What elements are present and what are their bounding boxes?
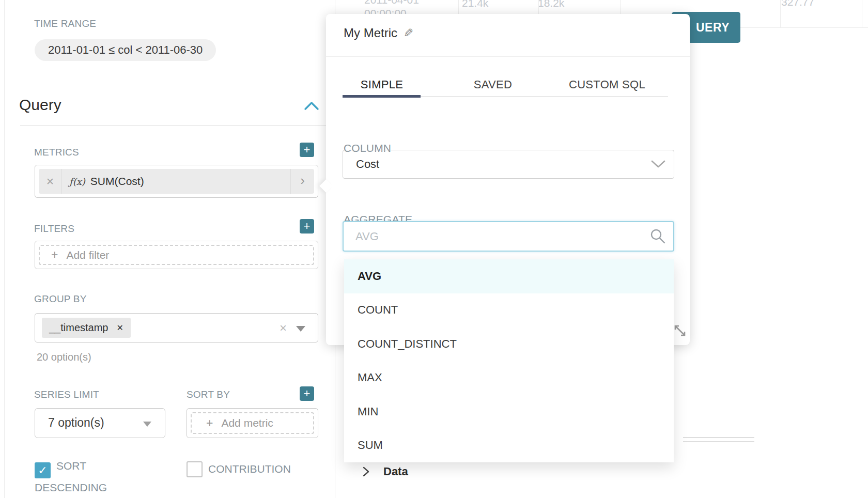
panel-left-border: [4, 0, 5, 498]
series-limit-label: SERIES LIMIT: [34, 389, 99, 400]
group-by-label: GROUP BY: [34, 293, 87, 305]
data-panel-title: Data: [383, 465, 408, 478]
caret-down-icon[interactable]: [296, 326, 305, 332]
aggregate-option-count_distinct[interactable]: COUNT_DISTINCT: [344, 327, 674, 361]
group-by-select[interactable]: __timestamp ✕ ×: [35, 313, 318, 343]
series-limit-select[interactable]: 7 option(s): [35, 408, 165, 438]
table-gridline: [620, 0, 621, 14]
contribution-option[interactable]: CONTRIBUTION: [187, 460, 321, 478]
add-filter-placeholder: Add filter: [66, 249, 109, 261]
table-gridline: [862, 0, 862, 27]
contribution-label: CONTRIBUTION: [208, 463, 291, 475]
caret-down-icon: [143, 422, 151, 427]
tab-saved[interactable]: SAVED: [474, 78, 512, 91]
metrics-control: ✕ ƒ(x) SUM(Cost) ›: [35, 165, 318, 198]
group-by-options-hint: 20 option(s): [37, 351, 91, 363]
aggregate-option-min[interactable]: MIN: [344, 395, 674, 429]
sort-by-label: SORT BY: [187, 389, 230, 400]
aggregate-option-max[interactable]: MAX: [344, 361, 674, 395]
group-by-tag[interactable]: __timestamp ✕: [42, 318, 131, 338]
plus-icon: +: [51, 248, 58, 262]
group-by-tag-label: __timestamp: [49, 322, 109, 334]
sort-descending-checkbox[interactable]: ✓: [35, 462, 51, 478]
table-cell-value-1: 21.4k: [462, 0, 488, 10]
edit-pencil-icon[interactable]: ✎: [404, 26, 413, 40]
time-range-label: TIME RANGE: [34, 18, 96, 29]
contribution-checkbox[interactable]: [187, 461, 203, 477]
clear-select-icon[interactable]: ×: [280, 322, 287, 334]
filters-control: + Add filter: [35, 241, 318, 269]
sort-by-plus-button[interactable]: +: [300, 386, 314, 401]
function-icon: ƒ(x): [69, 176, 85, 187]
table-cell-date: 2011-04-01: [364, 0, 419, 7]
search-icon: [649, 228, 666, 244]
table-gridline: [740, 27, 868, 28]
data-panel-header[interactable]: Data: [362, 465, 408, 478]
table-cell-value-3: 327.77: [781, 0, 814, 9]
metric-name: My Metric: [344, 26, 397, 40]
table-gridline: [538, 0, 539, 14]
tab-custom-sql[interactable]: CUSTOM SQL: [569, 78, 645, 91]
table-cell-value-2: 18.2k: [538, 0, 564, 10]
remove-metric-icon[interactable]: ✕: [39, 169, 62, 194]
active-tab-underline: [343, 95, 421, 98]
explore-view: 2011-04-01 00:00:00 21.4k 18.2k 327.77 U…: [0, 0, 868, 498]
add-filter-plus-button[interactable]: +: [300, 219, 314, 234]
resize-handle-icon[interactable]: [673, 323, 687, 338]
remove-tag-icon[interactable]: ✕: [117, 323, 123, 333]
sort-descending-option[interactable]: ✓SORT DESCENDING: [35, 457, 133, 496]
data-panel-splitter[interactable]: [683, 441, 754, 442]
table-gridline: [780, 0, 781, 27]
add-sort-metric-dropzone[interactable]: + Add metric: [191, 412, 314, 434]
column-select[interactable]: Cost: [343, 150, 674, 179]
aggregate-input[interactable]: [343, 221, 674, 252]
popover-title-row: My Metric ✎: [344, 26, 413, 40]
popover-header-divider: [326, 56, 690, 57]
add-filter-dropzone[interactable]: + Add filter: [39, 245, 314, 265]
chevron-down-icon: [650, 160, 666, 169]
aggregate-option-avg[interactable]: AVG: [344, 259, 674, 293]
series-limit-value: 7 option(s): [48, 416, 104, 430]
filters-label: FILTERS: [34, 223, 74, 235]
query-divider: [20, 126, 333, 126]
metric-pill[interactable]: ✕ ƒ(x) SUM(Cost) ›: [39, 169, 314, 194]
table-gridline: [458, 0, 459, 14]
add-metric-plus-button[interactable]: +: [300, 143, 314, 157]
query-section-title: Query: [19, 96, 61, 114]
aggregate-option-list: AVGCOUNTCOUNT_DISTINCTMAXMINSUM: [344, 259, 674, 462]
expand-metric-icon[interactable]: ›: [290, 169, 314, 194]
data-panel-splitter[interactable]: [683, 437, 754, 438]
chevron-right-icon: [362, 466, 370, 477]
metric-pill-label: SUM(Cost): [90, 175, 144, 188]
aggregate-option-sum[interactable]: SUM: [344, 429, 674, 463]
plus-icon: +: [206, 416, 213, 430]
metrics-label: METRICS: [34, 147, 79, 158]
add-metric-placeholder: Add metric: [221, 417, 273, 429]
aggregate-option-count[interactable]: COUNT: [344, 293, 674, 328]
chevron-up-icon[interactable]: [304, 100, 319, 112]
column-value: Cost: [356, 158, 379, 171]
tab-simple[interactable]: SIMPLE: [361, 78, 404, 91]
sort-by-control: + Add metric: [187, 408, 318, 438]
time-range-pill[interactable]: 2011-01-01 ≤ col < 2011-06-30: [35, 39, 216, 61]
